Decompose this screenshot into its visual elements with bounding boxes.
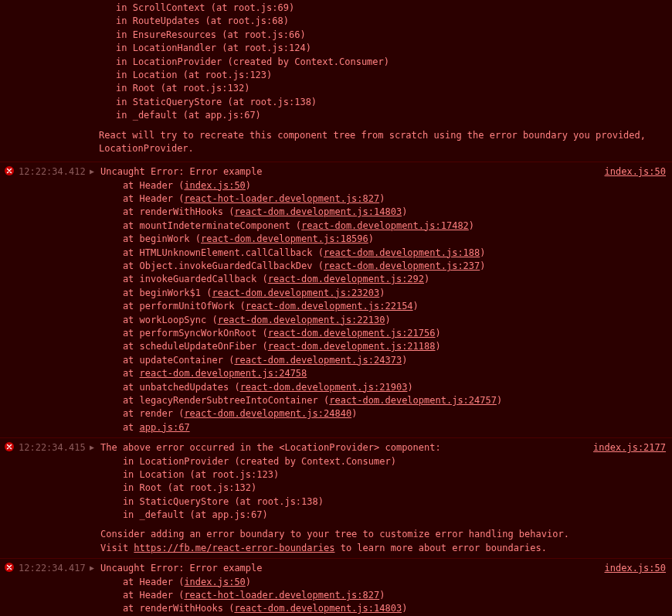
timestamp: 12:22:34.417 [19, 562, 90, 575]
stack-frame: at updateContainer (react-dom.developmen… [100, 354, 599, 367]
stack-frame: at beginWork (react-dom.development.js:1… [100, 233, 599, 246]
console-entries: 12:22:34.412▶Uncaught Error: Error examp… [0, 162, 672, 616]
component-tree-trace: in ScrollContext (at root.js:69)in Route… [0, 0, 672, 162]
stack-frame: at react-dom.development.js:24758 [100, 367, 599, 380]
timestamp: 12:22:34.415 [19, 441, 90, 454]
source-link[interactable]: index.js:50 [605, 562, 672, 575]
expand-toggle[interactable]: ▶ [90, 562, 100, 574]
stack-frame: at Header (index.js:50) [100, 576, 599, 589]
stack-frame: at unbatchedUpdates (react-dom.developme… [100, 381, 599, 394]
error-header: Uncaught Error: Error example [100, 562, 599, 575]
error-badge-col [0, 165, 19, 175]
error-message: Uncaught Error: Error example at Header … [100, 165, 605, 434]
stack-frame: in StaticQueryStore (at root.js:138) [100, 495, 587, 509]
trace-line: in ScrollContext (at root.js:69) [116, 2, 672, 15]
source-link[interactable]: index.js:50 [605, 165, 672, 179]
stack-frame: in _default (at app.js:67) [100, 509, 587, 522]
console-error-entry: 12:22:34.415▶The above error occurred in… [0, 438, 672, 559]
stack-frame-link[interactable]: index.js:50 [184, 577, 245, 587]
stack-frame-link[interactable]: react-dom.development.js:14803 [234, 603, 402, 614]
stack-frame: in LocationProvider (created by Context.… [100, 455, 587, 468]
stack-frame-link[interactable]: react-dom.development.js:18596 [201, 233, 368, 244]
stack-frame: at performUnitOfWork (react-dom.developm… [100, 300, 599, 313]
stack-frame-link[interactable]: react-dom.development.js:21756 [268, 328, 436, 339]
error-footer-link[interactable]: https://fb.me/react-error-boundaries [134, 543, 334, 553]
trace-line: in StaticQueryStore (at root.js:138) [116, 96, 672, 109]
stack-frame-link[interactable]: react-hot-loader.development.js:827 [184, 193, 379, 204]
stack-frame: at renderWithHooks (react-dom.developmen… [100, 206, 599, 219]
stack-frame-link[interactable]: react-dom.development.js:188 [324, 247, 480, 258]
stack-frame: at render (react-dom.development.js:2484… [100, 407, 599, 420]
stack-frame: at renderWithHooks (react-dom.developmen… [100, 602, 599, 615]
console-error-entry: 12:22:34.417▶Uncaught Error: Error examp… [0, 559, 672, 616]
trace-line: in Location (at root.js:123) [116, 69, 672, 82]
stack-frame: at Header (index.js:50) [100, 179, 599, 192]
error-icon [5, 442, 14, 451]
stack-frame: at app.js:67 [100, 421, 599, 434]
devtools-console: in ScrollContext (at root.js:69)in Route… [0, 0, 672, 616]
stack-frame-link[interactable]: react-dom.development.js:24840 [184, 408, 351, 419]
stack-frame: in Location (at root.js:123) [100, 468, 587, 482]
stack-frame: at legacyRenderSubtreeIntoContainer (rea… [100, 394, 599, 407]
stack-frame-link[interactable]: react-dom.development.js:21903 [240, 382, 408, 393]
stack-frame: at mountIndeterminateComponent (react-do… [100, 220, 599, 233]
trace-line: in LocationHandler (at root.js:124) [116, 42, 672, 55]
error-message: The above error occurred in the <Locatio… [100, 441, 593, 555]
stack-frame: in Root (at root.js:132) [100, 482, 587, 495]
stack-frame: at scheduleUpdateOnFiber (react-dom.deve… [100, 340, 599, 353]
stack-frame-link[interactable]: react-dom.development.js:292 [268, 274, 424, 284]
stack-frame: at Header (react-hot-loader.development.… [100, 589, 599, 602]
stack-frame-link[interactable]: react-dom.development.js:22154 [246, 301, 413, 311]
stack-frame-link[interactable]: react-dom.development.js:24758 [140, 368, 307, 379]
stack-frame: at Header (react-hot-loader.development.… [100, 192, 599, 206]
stack-frame-link[interactable]: react-hot-loader.development.js:827 [184, 590, 379, 601]
trace-line: in _default (at app.js:67) [116, 109, 672, 122]
stack-frame-link[interactable]: index.js:50 [184, 180, 245, 191]
error-badge-col [0, 562, 19, 572]
stack-frame-link[interactable]: react-dom.development.js:23203 [212, 288, 380, 298]
trace-footer: React will try to recreate this componen… [0, 129, 672, 156]
expand-toggle[interactable]: ▶ [90, 165, 100, 178]
trace-line: in Root (at root.js:132) [116, 82, 672, 95]
stack-frame-link[interactable]: react-dom.development.js:24757 [329, 395, 497, 406]
console-error-entry: 12:22:34.412▶Uncaught Error: Error examp… [0, 162, 672, 438]
stack-frame-link[interactable]: react-dom.development.js:237 [324, 260, 480, 271]
source-link[interactable]: index.js:2177 [593, 441, 672, 454]
stack-frame-link[interactable]: react-dom.development.js:17482 [301, 220, 469, 231]
stack-frame: at beginWork$1 (react-dom.development.js… [100, 287, 599, 300]
stack-frame: at HTMLUnknownElement.callCallback (reac… [100, 247, 599, 260]
trace-lines: in ScrollContext (at root.js:69)in Route… [0, 2, 672, 123]
error-badge-col [0, 441, 19, 451]
stack-frame-link[interactable]: react-dom.development.js:22130 [218, 315, 385, 325]
timestamp: 12:22:34.412 [19, 165, 90, 179]
stack-frame: at performSyncWorkOnRoot (react-dom.deve… [100, 327, 599, 340]
stack-frame-link[interactable]: react-dom.development.js:21188 [268, 341, 436, 352]
trace-line: in RouteUpdates (at root.js:68) [116, 15, 672, 28]
trace-line: in EnsureResources (at root.js:66) [116, 29, 672, 42]
error-icon [5, 166, 14, 175]
stack-frame-link[interactable]: react-dom.development.js:24373 [234, 355, 402, 366]
stack-frame-link[interactable]: react-dom.development.js:14803 [234, 206, 402, 217]
error-message: Uncaught Error: Error example at Header … [100, 562, 605, 616]
stack-frame-link[interactable]: app.js:67 [140, 422, 190, 433]
stack-frame: at Object.invokeGuardedCallbackDev (reac… [100, 260, 599, 273]
error-footer: Consider adding an error boundary to you… [100, 528, 587, 555]
stack-frame: at workLoopSync (react-dom.development.j… [100, 314, 599, 327]
error-header: The above error occurred in the <Locatio… [100, 441, 587, 454]
error-header: Uncaught Error: Error example [100, 165, 599, 179]
stack-frame: at invokeGuardedCallback (react-dom.deve… [100, 273, 599, 286]
expand-toggle[interactable]: ▶ [90, 441, 100, 454]
error-icon [5, 563, 14, 572]
trace-line: in LocationProvider (created by Context.… [116, 56, 672, 69]
